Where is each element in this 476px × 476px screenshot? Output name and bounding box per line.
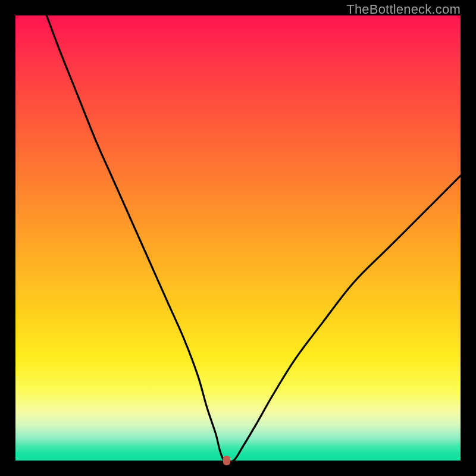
bottleneck-curve xyxy=(15,15,461,461)
minimum-marker xyxy=(223,456,230,465)
chart-frame: TheBottleneck.com xyxy=(0,0,476,476)
curve-path xyxy=(46,15,461,461)
plot-area xyxy=(15,15,461,461)
